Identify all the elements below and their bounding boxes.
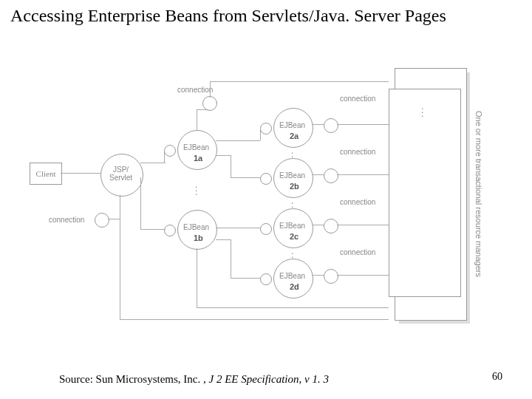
edge <box>197 307 389 308</box>
edge <box>231 177 260 178</box>
edge <box>164 150 165 163</box>
iface-circle <box>260 223 272 235</box>
edge <box>312 124 324 125</box>
conn-circle <box>324 168 338 183</box>
edge <box>120 195 120 319</box>
iface-circle <box>164 145 176 157</box>
edge <box>260 127 261 140</box>
label-1a: 1a <box>194 154 202 163</box>
edge <box>216 140 260 141</box>
ejbean-label: EJBean <box>279 121 305 129</box>
ejbean-label: EJBean <box>279 222 305 230</box>
source-italic: J 2 EE Specification, v 1. 3 <box>208 373 328 385</box>
edge <box>140 177 141 229</box>
connection-label: connection <box>177 86 213 94</box>
iface-circle <box>260 273 272 285</box>
connection-label: connection <box>340 198 375 206</box>
slide-title: Accessing Enterprise Beans from Servlets… <box>10 6 446 26</box>
rm-label: One or more transactional resource manag… <box>474 111 483 277</box>
edge <box>216 102 216 103</box>
label-2a: 2a <box>290 132 299 140</box>
ejbean-label: EJBean <box>183 223 209 231</box>
client-box: Client <box>30 163 62 185</box>
edge <box>197 109 208 110</box>
edge <box>216 155 231 156</box>
conn-circle <box>324 118 338 133</box>
edge <box>216 228 260 228</box>
label-2c: 2c <box>290 232 299 241</box>
rm-front <box>389 89 461 297</box>
label-2b: 2b <box>290 182 299 191</box>
edge <box>231 155 231 177</box>
edge <box>312 275 324 276</box>
edge <box>210 81 389 82</box>
edge <box>337 225 389 225</box>
edge <box>210 81 211 98</box>
edge <box>140 229 166 230</box>
conn-circle <box>324 269 338 284</box>
connection-label: connection <box>340 95 375 103</box>
vdots: ... <box>421 105 423 116</box>
edge <box>140 163 166 163</box>
iface-circle <box>260 173 272 185</box>
connection-label: connection <box>340 148 375 156</box>
edge <box>337 124 389 125</box>
edge <box>337 174 389 175</box>
edge <box>197 109 197 130</box>
conn-circle <box>202 96 217 111</box>
ejbean-label: EJBean <box>279 272 305 280</box>
edge <box>120 319 389 320</box>
label-1b: 1b <box>194 233 203 242</box>
ejbean-label: EJBean <box>279 171 305 180</box>
jsp-servlet-label: JSP/ Servlet <box>109 166 132 182</box>
architecture-diagram: One or more transactional resource manag… <box>30 59 502 340</box>
conn-circle <box>95 213 109 228</box>
iface-circle <box>164 225 176 236</box>
connection-label: connection <box>340 248 375 256</box>
edge <box>216 239 231 240</box>
source-citation: Source: Sun Microsystems, Inc. , J 2 EE … <box>59 373 329 386</box>
edge <box>108 219 120 219</box>
source-prefix: Source: Sun Microsystems, Inc. , <box>59 373 208 385</box>
edge <box>312 174 324 175</box>
edge <box>61 173 100 174</box>
edge <box>312 225 324 225</box>
connection-label: connection <box>49 216 84 224</box>
label-2d: 2d <box>290 282 299 291</box>
edge <box>120 219 120 219</box>
edge <box>197 248 197 307</box>
conn-circle <box>324 219 338 233</box>
vdots: ... <box>195 183 197 194</box>
edge <box>231 278 260 279</box>
edge <box>140 163 141 163</box>
edge <box>337 275 389 276</box>
ejbean-label: EJBean <box>183 143 209 151</box>
edge <box>231 239 231 278</box>
iface-circle <box>260 123 272 134</box>
page-number: 60 <box>492 371 502 383</box>
